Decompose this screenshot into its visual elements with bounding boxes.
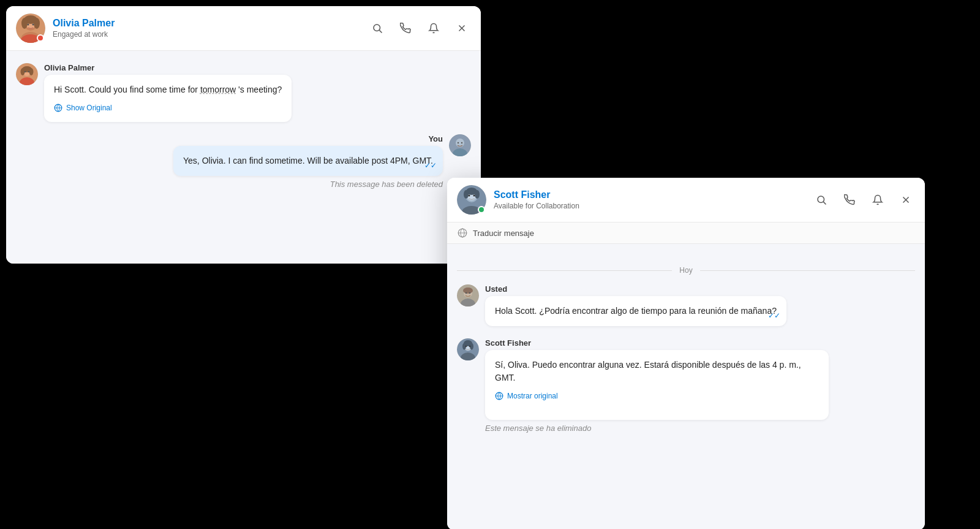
svg-point-54: [466, 346, 467, 347]
close-icon-scott: [900, 194, 911, 205]
search-button-scott[interactable]: [812, 191, 831, 209]
scott-status-dot: [478, 206, 485, 213]
olivia-name: Olivia Palmer: [53, 18, 368, 29]
svg-point-7: [28, 24, 29, 26]
olivia-status-dot: [37, 34, 44, 42]
bell-icon: [428, 23, 439, 34]
mostrar-original-label: Mostrar original: [507, 390, 558, 402]
svg-point-44: [463, 287, 473, 294]
sent-msg-text: Yes, Olivia. I can find sometime. Will b…: [183, 156, 433, 166]
close-button-scott[interactable]: [897, 191, 915, 209]
olivia-sender-name: Olivia Palmer: [44, 63, 292, 72]
date-divider: Hoy: [457, 266, 915, 275]
svg-point-6: [34, 18, 40, 29]
svg-point-20: [24, 71, 26, 72]
header-actions-scott: [812, 191, 915, 209]
header-avatar-wrapper-scott: [457, 185, 486, 215]
you-sender-name: You: [173, 134, 443, 143]
scott-msg-avatar-svg: [457, 338, 479, 360]
usted-msg-avatar-svg: [457, 284, 479, 306]
deleted-note-scott: Este mensaje se ha eliminado: [485, 424, 829, 433]
message-row-scott-2: Scott Fisher Sí, Oliva. Puedo encontrar …: [457, 338, 915, 433]
svg-point-21: [28, 71, 29, 72]
svg-point-47: [469, 292, 470, 294]
you-msg-avatar: [449, 134, 471, 156]
show-original-btn[interactable]: Show Original: [54, 102, 282, 113]
olivia-msg-avatar: [16, 63, 38, 85]
olivia-status: Engaged at work: [53, 30, 368, 39]
translate-label: Traducir mensaje: [473, 229, 534, 238]
scott-status: Available for Collaboration: [494, 202, 812, 210]
svg-line-11: [379, 30, 382, 32]
svg-point-10: [374, 25, 380, 31]
scott-message-bubble: Sí, Oliva. Puedo encontrar alguna vez. E…: [485, 350, 829, 420]
msg-content-1: Olivia Palmer Hi Scott. Could you find s…: [44, 63, 292, 122]
svg-point-5: [21, 18, 28, 29]
usted-tick: ✓✓: [768, 310, 780, 321]
message-row-scott-1: Usted Hola Scott. ¿Podría encontrar algo…: [457, 284, 915, 326]
usted-sender-name: Usted: [485, 284, 786, 294]
deleted-note-olivia: This message has been deleted: [173, 180, 443, 189]
tick-mark: ✓✓: [424, 160, 437, 171]
usted-msg-text: Hola Scott. ¿Podría encontrar algo de ti…: [495, 306, 777, 316]
call-button-scott[interactable]: [840, 191, 859, 209]
svg-point-26: [458, 142, 459, 143]
translate-bar[interactable]: Traducir mensaje: [447, 223, 925, 244]
msg-content-2: You Yes, Olivia. I can find sometime. Wi…: [173, 134, 443, 189]
header-avatar-wrapper-olivia: [16, 13, 45, 43]
scott-msg-avatar: [457, 338, 479, 360]
msg-text-post: 's meeting?: [236, 85, 282, 94]
sent-message-bubble: Yes, Olivia. I can find sometime. Will b…: [173, 146, 443, 176]
search-button-olivia[interactable]: [368, 19, 386, 37]
date-label: Hoy: [679, 266, 692, 275]
bell-button-olivia[interactable]: [424, 19, 443, 37]
tomorrow-word: tomorrow: [200, 85, 236, 94]
svg-point-34: [469, 195, 470, 197]
message-row-2: You Yes, Olivia. I can find sometime. Wi…: [16, 134, 471, 189]
scott-msg-text: Sí, Oliva. Puedo encontrar alguna vez. E…: [495, 360, 801, 382]
svg-point-33: [475, 190, 480, 199]
call-button-olivia[interactable]: [396, 19, 415, 37]
translate-icon-2: [495, 392, 503, 400]
message-row-1: Olivia Palmer Hi Scott. Could you find s…: [16, 63, 471, 122]
msg-content-scott-2: Scott Fisher Sí, Oliva. Puedo encontrar …: [485, 338, 829, 433]
header-info-scott: Scott Fisher Available for Collaboration: [494, 189, 812, 210]
call-icon-scott: [844, 194, 855, 205]
chat-window-olivia: Olivia Palmer Engaged at work: [6, 6, 481, 264]
svg-point-8: [32, 24, 34, 26]
svg-point-27: [461, 142, 462, 143]
chat-header-scott: Scott Fisher Available for Collaboration: [447, 178, 925, 223]
search-icon-scott: [816, 194, 827, 205]
svg-point-55: [469, 346, 470, 347]
messages-area-olivia: Olivia Palmer Hi Scott. Could you find s…: [6, 51, 481, 264]
usted-message-bubble: Hola Scott. ¿Podría encontrar algo de ti…: [485, 296, 786, 326]
mostrar-original-btn[interactable]: Mostrar original: [495, 390, 819, 402]
chat-window-scott: Scott Fisher Available for Collaboration: [447, 178, 925, 529]
translate-globe-icon: [457, 227, 468, 238]
call-icon: [400, 23, 411, 34]
svg-point-35: [473, 195, 475, 197]
you-msg-avatar-svg: [449, 134, 471, 156]
olivia-msg-avatar-svg: [16, 63, 38, 85]
translate-icon-1: [54, 104, 62, 112]
scott-sender-name: Scott Fisher: [485, 338, 829, 348]
svg-point-37: [818, 196, 824, 203]
svg-point-46: [466, 292, 467, 294]
msg-content-scott-1: Usted Hola Scott. ¿Podría encontrar algo…: [485, 284, 786, 326]
bell-button-scott[interactable]: [869, 191, 887, 209]
bell-icon-scott: [872, 194, 883, 205]
svg-point-32: [464, 190, 469, 199]
close-button-olivia[interactable]: [453, 19, 471, 37]
header-actions-olivia: [368, 19, 471, 37]
scott-name: Scott Fisher: [494, 189, 812, 200]
svg-point-17: [21, 68, 25, 75]
msg-text-pre: Hi Scott. Could you find some time for: [54, 85, 200, 94]
show-original-label: Show Original: [66, 102, 112, 113]
messages-area-scott: Hoy Usted Hola Scott. ¿Podría encontrar …: [447, 244, 925, 529]
svg-point-18: [29, 68, 34, 75]
chat-header-olivia: Olivia Palmer Engaged at work: [6, 6, 481, 51]
olivia-message-bubble: Hi Scott. Could you find some time for t…: [44, 75, 292, 122]
svg-line-38: [823, 202, 826, 204]
close-icon: [456, 23, 467, 34]
usted-msg-avatar: [457, 284, 479, 306]
